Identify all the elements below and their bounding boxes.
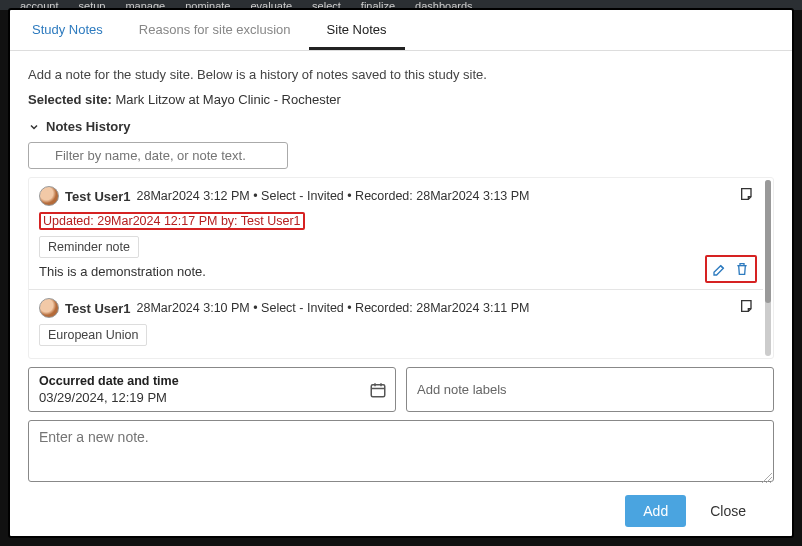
- delete-icon[interactable]: [733, 260, 751, 278]
- scrollbar[interactable]: [765, 180, 771, 356]
- site-notes-modal: Study Notes Reasons for site exclusion S…: [8, 8, 794, 538]
- avatar: [39, 186, 59, 206]
- edit-icon[interactable]: [711, 260, 729, 278]
- calendar-icon[interactable]: [369, 381, 387, 399]
- note-meta: 28Mar2024 3:10 PM • Select - Invited • R…: [137, 301, 530, 315]
- close-button[interactable]: Close: [700, 495, 756, 527]
- svg-rect-2: [371, 384, 385, 396]
- tab-site-notes[interactable]: Site Notes: [309, 10, 405, 50]
- modal-content: Add a note for the study site. Below is …: [10, 51, 792, 536]
- note-card: Test User1 28Mar2024 3:12 PM • Select - …: [29, 178, 763, 290]
- selected-site-label: Selected site:: [28, 92, 112, 107]
- filter-wrap: [28, 142, 774, 169]
- occurred-label: Occurred date and time: [39, 374, 385, 388]
- form-row: Occurred date and time 03/29/2024, 12:19…: [28, 367, 774, 412]
- tab-bar: Study Notes Reasons for site exclusion S…: [10, 10, 792, 51]
- filter-input[interactable]: [28, 142, 288, 169]
- avatar: [39, 298, 59, 318]
- note-author: Test User1: [65, 301, 131, 316]
- notes-history-list: Test User1 28Mar2024 3:12 PM • Select - …: [28, 177, 774, 359]
- occurred-value: 03/29/2024, 12:19 PM: [39, 390, 385, 405]
- note-labels-field[interactable]: Add note labels: [406, 367, 774, 412]
- note-label-chip: Reminder note: [39, 236, 139, 258]
- add-button[interactable]: Add: [625, 495, 686, 527]
- modal-footer: Add Close: [28, 485, 774, 533]
- occurred-datetime-field[interactable]: Occurred date and time 03/29/2024, 12:19…: [28, 367, 396, 412]
- selected-site-line: Selected site: Mark Litzow at Mayo Clini…: [28, 92, 774, 107]
- helper-text: Add a note for the study site. Below is …: [28, 67, 774, 82]
- tab-reasons-exclusion[interactable]: Reasons for site exclusion: [121, 10, 309, 50]
- note-body: This is a demonstration note.: [39, 264, 753, 279]
- note-label-chip: European Union: [39, 324, 147, 346]
- notes-history-toggle[interactable]: Notes History: [28, 119, 774, 134]
- notes-history-label: Notes History: [46, 119, 131, 134]
- labels-placeholder: Add note labels: [417, 382, 763, 397]
- note-author: Test User1: [65, 189, 131, 204]
- note-updated-line: Updated: 29Mar2024 12:17 PM by: Test Use…: [39, 212, 305, 230]
- selected-site-value: Mark Litzow at Mayo Clinic - Rochester: [115, 92, 340, 107]
- sticky-note-icon[interactable]: [739, 298, 755, 314]
- tab-study-notes[interactable]: Study Notes: [14, 10, 121, 50]
- chevron-down-icon: [28, 121, 40, 133]
- note-card: Test User1 28Mar2024 3:10 PM • Select - …: [29, 290, 763, 359]
- sticky-note-icon[interactable]: [739, 186, 755, 202]
- note-actions: [705, 255, 757, 283]
- note-meta: 28Mar2024 3:12 PM • Select - Invited • R…: [137, 189, 530, 203]
- new-note-textarea[interactable]: [28, 420, 774, 482]
